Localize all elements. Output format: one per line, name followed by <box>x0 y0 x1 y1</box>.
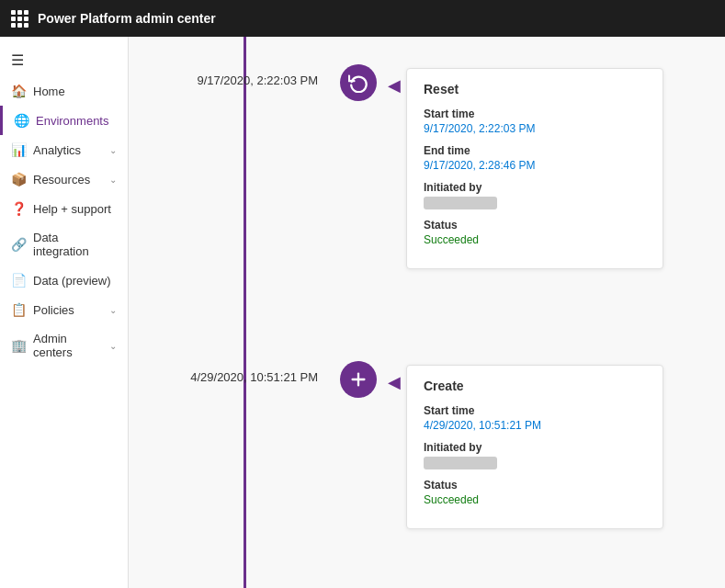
event-reset-timestamp-area: 9/17/2020, 2:22:03 PM <box>156 64 340 87</box>
sidebar-label-resources: Resources <box>33 173 102 187</box>
policies-icon: 📋 <box>11 302 26 317</box>
analytics-chevron-icon: ⌄ <box>109 145 117 155</box>
data-integration-icon: 🔗 <box>11 237 26 252</box>
create-icon-circle[interactable] <box>340 361 377 398</box>
event-create-timestamp: 4/29/2020, 10:51:21 PM <box>190 370 318 384</box>
event-create-status-label: Status <box>424 479 646 492</box>
event-create-card: Create Start time 4/29/2020, 10:51:21 PM… <box>406 365 663 529</box>
sidebar-label-data-preview: Data (preview) <box>33 274 117 288</box>
help-icon: ❓ <box>11 201 26 216</box>
resources-chevron-icon: ⌄ <box>109 175 117 185</box>
event-create-timestamp-area: 4/29/2020, 10:51:21 PM <box>156 361 340 384</box>
event-reset-status-label: Status <box>424 219 646 232</box>
app-grid-icon[interactable] <box>11 10 28 28</box>
sidebar-item-resources[interactable]: 📦 Resources ⌄ <box>0 164 128 194</box>
data-preview-icon: 📄 <box>11 273 26 288</box>
event-create-start-label: Start time <box>424 404 646 417</box>
event-reset-card: Reset Start time 9/17/2020, 2:22:03 PM E… <box>406 68 663 269</box>
event-create-initiated-label: Initiated by <box>424 441 646 454</box>
sidebar-label-environments: Environments <box>36 114 117 128</box>
app-title: Power Platform admin center <box>38 11 216 26</box>
event-reset-start-value[interactable]: 9/17/2020, 2:22:03 PM <box>424 122 646 135</box>
sidebar-item-home[interactable]: 🏠 Home <box>0 76 128 106</box>
event-reset-status-value: Succeeded <box>424 233 646 246</box>
main-layout: ☰ 🏠 Home 🌐 Environments 📊 Analytics ⌄ 📦 … <box>0 37 725 588</box>
sidebar-item-admin-centers[interactable]: 🏢 Admin centers ⌄ <box>0 324 128 367</box>
sidebar-item-help-support[interactable]: ❓ Help + support <box>0 194 128 223</box>
policies-chevron-icon: ⌄ <box>109 305 117 315</box>
sidebar-label-help: Help + support <box>33 202 117 216</box>
event-create-right: ◀ Create Start time 4/29/2020, 10:51:21 … <box>377 361 697 529</box>
event-create-status-value: Succeeded <box>424 493 646 506</box>
hamburger-button[interactable]: ☰ <box>0 44 128 76</box>
admin-centers-chevron-icon: ⌄ <box>109 341 117 351</box>
event-reset-status-field: Status Succeeded <box>424 219 646 246</box>
event-create-start-time-field: Start time 4/29/2020, 10:51:21 PM <box>424 404 646 432</box>
reset-icon-circle[interactable] <box>340 64 377 101</box>
event-reset-end-value[interactable]: 9/17/2020, 2:28:46 PM <box>424 159 646 172</box>
event-reset-initiated-field: Initiated by <box>424 181 646 209</box>
event-reset-start-time-field: Start time 9/17/2020, 2:22:03 PM <box>424 107 646 135</box>
timeline-gap-2 <box>156 529 697 588</box>
event-reset-card-title: Reset <box>424 82 646 96</box>
timeline: 9/17/2020, 2:22:03 PM ◀ Reset <box>129 37 725 588</box>
sidebar-item-data-integration[interactable]: 🔗 Data integration <box>0 223 128 266</box>
event-reset-end-label: End time <box>424 144 646 157</box>
timeline-event-create: 4/29/2020, 10:51:21 PM ◀ Create <box>156 361 697 529</box>
sidebar-label-data-integration: Data integration <box>33 231 117 258</box>
event-create-arrow: ◀ <box>388 372 401 392</box>
event-reset-initiated-label: Initiated by <box>424 181 646 194</box>
sidebar-label-home: Home <box>33 85 117 98</box>
sidebar-label-analytics: Analytics <box>33 143 102 157</box>
sidebar-label-policies: Policies <box>33 303 102 317</box>
sidebar: ☰ 🏠 Home 🌐 Environments 📊 Analytics ⌄ 📦 … <box>0 37 129 588</box>
event-reset-arrow: ◀ <box>388 75 401 96</box>
event-reset-initiated-value <box>424 197 497 209</box>
event-reset-icon-wrapper[interactable] <box>340 64 377 101</box>
event-reset-right: ◀ Reset Start time 9/17/2020, 2:22:03 PM… <box>377 64 697 269</box>
analytics-icon: 📊 <box>11 142 26 157</box>
sidebar-item-data-preview[interactable]: 📄 Data (preview) <box>0 266 128 295</box>
event-reset-end-time-field: End time 9/17/2020, 2:28:46 PM <box>424 144 646 172</box>
event-create-start-value[interactable]: 4/29/2020, 10:51:21 PM <box>424 419 646 432</box>
reset-svg-icon <box>348 73 368 93</box>
sidebar-item-analytics[interactable]: 📊 Analytics ⌄ <box>0 135 128 164</box>
sidebar-item-policies[interactable]: 📋 Policies ⌄ <box>0 295 128 324</box>
environments-icon: 🌐 <box>14 113 28 128</box>
home-icon: 🏠 <box>11 84 26 98</box>
create-svg-icon <box>348 369 368 390</box>
timeline-event-reset: 9/17/2020, 2:22:03 PM ◀ Reset <box>156 64 697 269</box>
sidebar-label-admin-centers: Admin centers <box>33 332 102 359</box>
event-create-initiated-field: Initiated by <box>424 441 646 469</box>
event-create-card-title: Create <box>424 379 646 393</box>
event-create-status-field: Status Succeeded <box>424 479 646 506</box>
timeline-gap-1 <box>156 269 697 361</box>
topbar: Power Platform admin center <box>0 0 725 37</box>
admin-centers-icon: 🏢 <box>11 338 26 353</box>
event-create-icon-wrapper[interactable] <box>340 361 377 398</box>
sidebar-item-environments[interactable]: 🌐 Environments <box>0 106 128 135</box>
main-content: 9/17/2020, 2:22:03 PM ◀ Reset <box>129 37 725 588</box>
event-create-initiated-value <box>424 457 497 469</box>
event-reset-start-label: Start time <box>424 107 646 120</box>
event-reset-timestamp: 9/17/2020, 2:22:03 PM <box>197 74 318 87</box>
resources-icon: 📦 <box>11 172 26 187</box>
